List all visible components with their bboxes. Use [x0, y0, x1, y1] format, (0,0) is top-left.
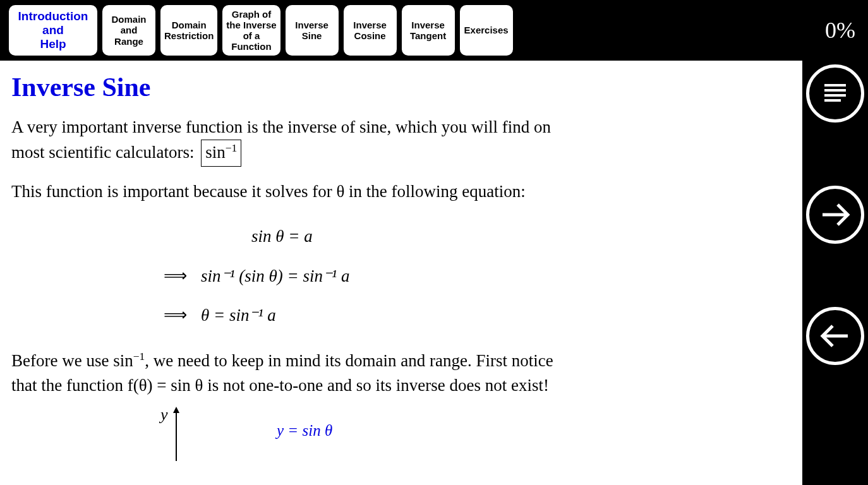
prev-button[interactable]	[806, 307, 864, 365]
exponent-minus-one: −1	[226, 141, 238, 154]
content-area: Inverse Sine A very important inverse fu…	[0, 61, 802, 485]
tab-6[interactable]: Inverse Tangent	[402, 5, 455, 56]
next-button[interactable]	[806, 186, 864, 244]
arrow-left-icon	[816, 317, 854, 355]
right-sidebar	[802, 61, 868, 485]
intro-paragraph: A very important inverse function is the…	[11, 115, 561, 167]
progress-indicator: 0%	[825, 17, 855, 44]
para3-part-a: Before we use sin	[11, 351, 133, 370]
tab-4[interactable]: Inverse Sine	[286, 5, 339, 56]
equation-2: ⟹ sin⁻¹ (sin θ) = sin⁻¹ a	[11, 256, 791, 296]
arrow-right-icon	[816, 196, 854, 234]
graph-equation: y = sin θ	[277, 422, 332, 440]
domain-range-paragraph: Before we use sin−1, we need to keep in …	[11, 349, 561, 398]
top-nav-bar: Introduction and HelpDomain and RangeDom…	[0, 0, 868, 61]
tab-0[interactable]: Introduction and Help	[9, 5, 97, 56]
equation-1: sin θ = a	[11, 217, 791, 256]
calculator-key-box: sin−1	[201, 140, 241, 167]
exponent-minus-one: −1	[133, 350, 145, 362]
tab-3[interactable]: Graph of the Inverse of a Function	[222, 5, 280, 56]
sin-label: sin	[205, 143, 226, 162]
eq2-expr: sin⁻¹ (sin θ) = sin⁻¹ a	[201, 256, 349, 296]
tab-7[interactable]: Exercises	[460, 5, 513, 56]
equation-block: sin θ = a ⟹ sin⁻¹ (sin θ) = sin⁻¹ a ⟹ θ …	[11, 217, 791, 334]
y-axis-line	[176, 410, 177, 461]
eq1-expr: sin θ = a	[251, 217, 313, 256]
implies-arrow: ⟹	[112, 257, 201, 295]
equation-3: ⟹ θ = sin⁻¹ a	[11, 296, 791, 335]
implies-arrow: ⟹	[112, 296, 201, 334]
intro-text: A very important inverse function is the…	[11, 117, 551, 162]
y-axis-label: y	[160, 405, 168, 424]
menu-button[interactable]	[806, 64, 864, 123]
page-title: Inverse Sine	[11, 72, 791, 102]
menu-icon	[818, 76, 852, 111]
tabs-container: Introduction and HelpDomain and RangeDom…	[9, 5, 513, 56]
eq3-expr: θ = sin⁻¹ a	[201, 296, 276, 335]
tab-5[interactable]: Inverse Cosine	[344, 5, 397, 56]
tab-2[interactable]: Domain Restriction	[160, 5, 217, 56]
graph-preview: y y = sin θ	[176, 410, 791, 442]
explanation-paragraph: This function is important because it so…	[11, 179, 561, 204]
tab-1[interactable]: Domain and Range	[102, 5, 155, 56]
